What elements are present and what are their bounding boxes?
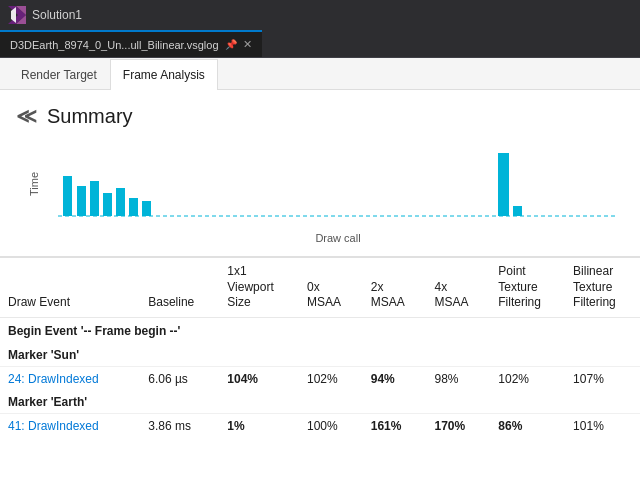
baseline-24: 6.06 µs (140, 366, 219, 391)
summary-section-header: ≪ Summary (0, 90, 640, 138)
svg-rect-10 (142, 201, 151, 216)
close-tab-button[interactable]: ✕ (243, 38, 252, 51)
pin-icon[interactable]: 📌 (225, 39, 237, 50)
svg-rect-6 (90, 181, 99, 216)
msaa2-24: 94% (363, 366, 427, 391)
msaa0-41: 100% (299, 413, 363, 438)
table-header-row: Draw Event Baseline 1x1ViewportSize 0xMS… (0, 258, 640, 318)
msaa4-41: 170% (427, 413, 491, 438)
th-msaa0: 0xMSAA (299, 258, 363, 318)
draw-event-24-link[interactable]: 24: DrawIndexed (8, 372, 99, 386)
svg-marker-2 (11, 7, 16, 23)
vs-logo-icon (8, 6, 26, 24)
toolbar-tabs: Render Target Frame Analysis (0, 58, 640, 90)
render-target-tab-label: Render Target (21, 68, 97, 82)
main-content: ≪ Summary Time Draw call Draw Event (0, 90, 640, 502)
th-msaa2: 2xMSAA (363, 258, 427, 318)
point-tex-24: 102% (490, 366, 565, 391)
frame-analysis-tab-label: Frame Analysis (123, 68, 205, 82)
tab-bar: D3DEarth_8974_0_Un...ull_Bilinear.vsglog… (0, 30, 640, 58)
viewport-41: 1% (219, 413, 299, 438)
msaa2-41: 161% (363, 413, 427, 438)
th-bilinear-texture: BilinearTextureFiltering (565, 258, 640, 318)
file-tab-label: D3DEarth_8974_0_Un...ull_Bilinear.vsglog (10, 39, 219, 51)
section-header-frame-begin: Begin Event '-- Frame begin --' (0, 317, 640, 344)
msaa4-24: 98% (427, 366, 491, 391)
marker-earth-row: Marker 'Earth' (0, 391, 640, 414)
svg-rect-8 (116, 188, 125, 216)
file-tab[interactable]: D3DEarth_8974_0_Un...ull_Bilinear.vsglog… (0, 30, 262, 57)
tab-render-target[interactable]: Render Target (8, 59, 110, 90)
th-baseline: Baseline (140, 258, 219, 318)
data-table: Draw Event Baseline 1x1ViewportSize 0xMS… (0, 257, 640, 438)
point-tex-41: 86% (490, 413, 565, 438)
th-point-texture: PointTextureFiltering (490, 258, 565, 318)
chart-container: Time Draw call (52, 138, 624, 244)
frame-begin-label: Begin Event '-- Frame begin --' (0, 317, 640, 344)
draw-event-41[interactable]: 41: DrawIndexed (0, 413, 140, 438)
tab-frame-analysis[interactable]: Frame Analysis (110, 59, 218, 90)
draw-event-41-link[interactable]: 41: DrawIndexed (8, 419, 99, 433)
chart-svg (52, 138, 624, 228)
th-msaa4: 4xMSAA (427, 258, 491, 318)
marker-sun-label: Marker 'Sun' (0, 344, 640, 367)
table-row-41: 41: DrawIndexed 3.86 ms 1% 100% 161% 170… (0, 413, 640, 438)
svg-rect-7 (103, 193, 112, 216)
baseline-41: 3.86 ms (140, 413, 219, 438)
collapse-icon[interactable]: ≪ (16, 104, 37, 128)
svg-rect-9 (129, 198, 138, 216)
th-draw-event: Draw Event (0, 258, 140, 318)
svg-rect-5 (77, 186, 86, 216)
chart-x-label: Draw call (52, 232, 624, 244)
svg-rect-11 (498, 153, 509, 216)
viewport-24: 104% (219, 366, 299, 391)
svg-rect-4 (63, 176, 72, 216)
bilinear-tex-24: 107% (565, 366, 640, 391)
window-title: Solution1 (32, 8, 82, 22)
draw-event-24[interactable]: 24: DrawIndexed (0, 366, 140, 391)
msaa0-24: 102% (299, 366, 363, 391)
bilinear-tex-41: 101% (565, 413, 640, 438)
marker-sun-row: Marker 'Sun' (0, 344, 640, 367)
chart-y-label: Time (28, 172, 40, 196)
table-row-24: 24: DrawIndexed 6.06 µs 104% 102% 94% 98… (0, 366, 640, 391)
summary-title: Summary (47, 105, 133, 128)
title-bar: Solution1 (0, 0, 640, 30)
svg-rect-12 (513, 206, 522, 216)
marker-earth-label: Marker 'Earth' (0, 391, 640, 414)
th-viewport: 1x1ViewportSize (219, 258, 299, 318)
